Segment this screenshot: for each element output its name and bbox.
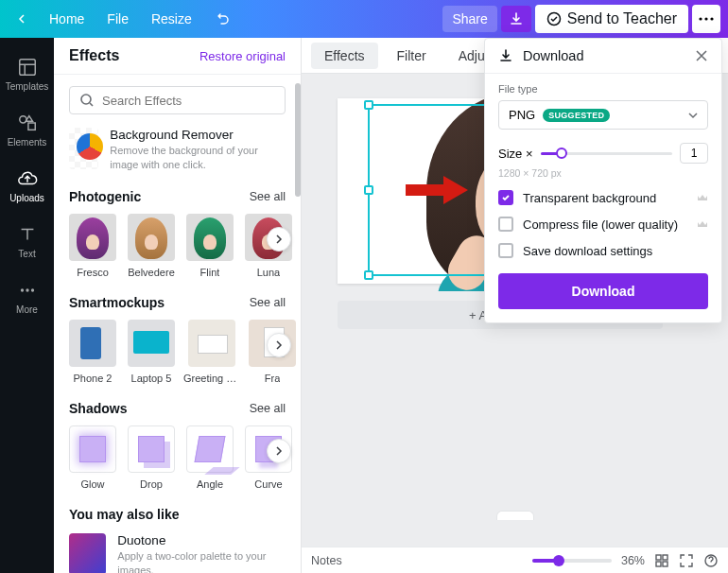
page-tab-handle[interactable]: [496, 511, 534, 520]
resize-menu[interactable]: Resize: [142, 6, 201, 32]
mockup-item[interactable]: Phone 2: [69, 320, 116, 384]
item-label: Laptop 5: [131, 373, 172, 384]
more-menu-button[interactable]: [692, 5, 720, 33]
grid-view-icon[interactable]: [654, 553, 669, 568]
crown-icon: [697, 218, 708, 230]
item-label: Fra: [265, 373, 281, 384]
rail-text[interactable]: Text: [0, 217, 54, 267]
bottom-bar: Notes 36%: [302, 547, 728, 573]
annotation-arrow: [406, 180, 472, 200]
close-button[interactable]: [695, 49, 708, 62]
section-title-smartmockups: Smartmockups: [69, 295, 165, 310]
item-label: Greeting car…: [183, 373, 240, 384]
left-rail: Templates Elements Uploads Text More: [0, 38, 54, 573]
rail-templates[interactable]: Templates: [0, 49, 54, 99]
item-label: Glow: [80, 478, 104, 490]
photogenic-item[interactable]: Flint: [186, 214, 234, 278]
rail-more[interactable]: More: [0, 272, 54, 322]
rail-label: Uploads: [9, 193, 44, 203]
rail-elements[interactable]: Elements: [0, 105, 54, 155]
search-field[interactable]: [102, 94, 275, 108]
svg-rect-6: [27, 123, 34, 130]
rail-label: More: [16, 304, 38, 315]
download-button-label: Download: [572, 284, 635, 299]
row-next-button[interactable]: [267, 439, 291, 463]
check-circle-icon: [546, 11, 562, 26]
download-button[interactable]: Download: [498, 273, 708, 309]
background-remover-item[interactable]: Background Remover Remove the background…: [69, 128, 286, 172]
suggested-badge: SUGGESTED: [543, 109, 610, 122]
download-icon: [498, 48, 513, 63]
download-title: Download: [523, 48, 685, 63]
item-label: Angle: [197, 478, 223, 490]
see-all-photogenic[interactable]: See all: [250, 190, 286, 203]
section-title-shadows: Shadows: [69, 401, 127, 416]
zoom-slider[interactable]: [532, 559, 612, 563]
rail-label: Text: [18, 249, 35, 259]
item-label: Curve: [254, 478, 282, 490]
restore-original-link[interactable]: Restore original: [199, 49, 286, 63]
share-button[interactable]: Share: [442, 6, 496, 32]
back-button[interactable]: [8, 9, 36, 29]
tab-effects[interactable]: Effects: [311, 43, 378, 69]
shadows-row: Glow Drop Angle Curve: [69, 425, 286, 490]
resize-handle[interactable]: [364, 100, 373, 110]
section-title-photogenic: Photogenic: [69, 189, 141, 204]
savesettings-checkbox-row[interactable]: Save download settings: [498, 243, 708, 258]
duotone-item[interactable]: Duotone Apply a two-color palette to you…: [69, 533, 286, 573]
help-icon[interactable]: [703, 553, 719, 568]
bgremove-desc: Remove the background of your image with…: [110, 144, 286, 172]
resize-handle[interactable]: [364, 185, 373, 195]
send-to-teacher-button[interactable]: Send to Teacher: [535, 5, 688, 33]
transparent-label: Transparent background: [523, 191, 656, 205]
fullscreen-icon[interactable]: [679, 553, 694, 568]
svg-point-10: [81, 95, 91, 104]
svg-point-3: [710, 17, 713, 20]
compress-checkbox-row[interactable]: Compress file (lower quality): [498, 217, 708, 232]
share-label: Share: [452, 11, 487, 26]
download-icon-button[interactable]: [501, 6, 531, 32]
filetype-select[interactable]: PNG SUGGESTED: [498, 100, 708, 130]
dimensions-text: 1280 × 720 px: [498, 167, 708, 179]
panel-scrollbar[interactable]: [294, 38, 302, 573]
size-slider[interactable]: [541, 144, 673, 163]
size-input[interactable]: 1: [680, 143, 708, 164]
row-next-button[interactable]: [267, 333, 291, 357]
svg-rect-4: [19, 60, 35, 76]
tab-filter[interactable]: Filter: [384, 43, 440, 69]
file-label: File: [107, 11, 129, 26]
item-label: Belvedere: [128, 267, 175, 278]
bgremove-title: Background Remover: [110, 128, 286, 142]
item-label: Flint: [200, 267, 220, 278]
mockup-item[interactable]: Laptop 5: [128, 320, 175, 384]
svg-point-2: [704, 17, 707, 20]
resize-handle[interactable]: [364, 270, 373, 280]
shadow-item[interactable]: Angle: [186, 425, 234, 490]
search-effects-input[interactable]: [69, 86, 286, 114]
resize-label: Resize: [151, 11, 192, 26]
transparent-checkbox-row[interactable]: Transparent background: [498, 190, 708, 205]
notes-button[interactable]: Notes: [311, 554, 342, 567]
elements-icon: [17, 113, 38, 133]
undo-button[interactable]: [205, 6, 239, 32]
see-all-smartmockups[interactable]: See all: [250, 296, 286, 309]
checkbox-icon: [498, 217, 513, 232]
top-bar: Home File Resize Share Send to Teacher: [0, 0, 728, 38]
home-button[interactable]: Home: [40, 6, 94, 32]
rail-label: Templates: [6, 81, 49, 92]
row-next-button[interactable]: [267, 227, 291, 252]
more-icon: [17, 280, 38, 301]
file-menu[interactable]: File: [97, 6, 138, 32]
photogenic-row: Fresco Belvedere Flint Luna: [69, 214, 286, 278]
mockup-item[interactable]: Greeting car…: [186, 320, 237, 384]
duotone-desc: Apply a two-color palette to your images…: [117, 549, 286, 573]
shadow-item[interactable]: Glow: [69, 425, 116, 490]
svg-rect-11: [656, 555, 661, 560]
see-all-shadows[interactable]: See all: [250, 402, 286, 415]
svg-point-8: [26, 288, 28, 291]
photogenic-item[interactable]: Belvedere: [128, 214, 175, 278]
templates-icon: [17, 57, 38, 78]
rail-uploads[interactable]: Uploads: [0, 161, 54, 211]
photogenic-item[interactable]: Fresco: [69, 214, 116, 278]
shadow-item[interactable]: Drop: [128, 425, 175, 490]
